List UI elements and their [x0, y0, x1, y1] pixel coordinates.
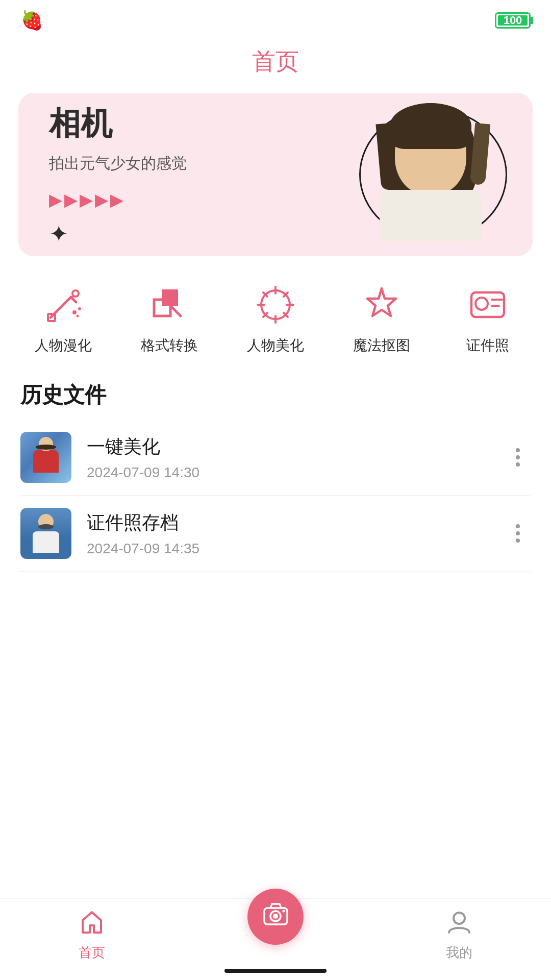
battery-indicator: 100 — [495, 12, 531, 29]
nav-item-home[interactable]: 首页 — [0, 909, 184, 962]
banner-arrows: ▶▶▶▶▶ — [49, 189, 364, 210]
more-dots-icon-1 — [516, 448, 520, 467]
history-more-1[interactable] — [505, 445, 531, 470]
banner-text-area: 相机 拍出元气少女的感觉 ▶▶▶▶▶ ✦ — [49, 102, 364, 248]
svg-point-6 — [77, 315, 79, 317]
history-thumb-1 — [20, 432, 71, 483]
nav-item-camera[interactable] — [184, 909, 367, 945]
profile-icon — [446, 909, 472, 940]
history-more-2[interactable] — [505, 521, 531, 546]
camera-fab-icon — [262, 900, 290, 934]
home-icon — [79, 909, 105, 940]
function-item-magic[interactable]: 魔法抠图 — [329, 282, 435, 355]
history-title: 历史文件 — [20, 381, 531, 409]
history-date-1: 2024-07-09 14:30 — [87, 464, 505, 481]
history-item-2[interactable]: 证件照存档 2024-07-09 14:35 — [20, 496, 531, 572]
magic-label: 魔法抠图 — [353, 336, 410, 355]
function-grid: 人物漫化 格式转换 — [0, 256, 551, 365]
battery-box: 100 — [495, 12, 531, 29]
idphoto-icon — [465, 282, 511, 328]
more-dots-icon-2 — [516, 524, 520, 543]
banner-image — [364, 103, 507, 246]
banner-sparkle: ✦ — [49, 220, 364, 248]
nav-label-profile: 我的 — [446, 944, 472, 962]
thumb-id-img — [20, 508, 71, 559]
battery-text: 100 — [504, 14, 522, 27]
history-item-1[interactable]: 一键美化 2024-07-09 14:30 — [20, 420, 531, 496]
svg-point-5 — [78, 307, 81, 310]
status-bar: 🍓 100 — [0, 0, 551, 36]
svg-line-9 — [170, 306, 181, 316]
svg-point-20 — [475, 298, 488, 310]
history-name-1: 一键美化 — [87, 434, 505, 459]
cartoon-icon — [40, 282, 86, 328]
function-item-convert[interactable]: 格式转换 — [116, 282, 222, 355]
thumb-beauty-img — [20, 432, 71, 483]
svg-point-3 — [72, 290, 79, 297]
svg-point-4 — [72, 310, 77, 314]
hair-right — [470, 123, 490, 185]
function-item-beautify[interactable]: 人物美化 — [222, 282, 329, 355]
function-item-idphoto[interactable]: 证件照 — [435, 282, 541, 355]
camera-fab[interactable] — [247, 889, 304, 945]
bottom-nav: 首页 我的 — [0, 898, 551, 980]
banner-person — [364, 103, 497, 241]
svg-point-26 — [282, 910, 285, 912]
svg-point-27 — [454, 913, 465, 924]
idphoto-label: 证件照 — [466, 336, 509, 355]
history-section: 历史文件 一键美化 2024-07-09 14:30 — [0, 365, 551, 572]
magic-icon — [359, 282, 405, 328]
bottom-indicator — [224, 969, 327, 973]
function-item-cartoon[interactable]: 人物漫化 — [10, 282, 116, 355]
beautify-icon — [253, 282, 298, 328]
hair-front — [390, 103, 471, 149]
convert-label: 格式转换 — [141, 336, 198, 355]
svg-point-25 — [273, 914, 278, 919]
banner-subtitle: 拍出元气少女的感觉 — [49, 153, 364, 174]
beautify-label: 人物美化 — [247, 336, 304, 355]
history-info-1: 一键美化 2024-07-09 14:30 — [87, 434, 505, 481]
history-info-2: 证件照存档 2024-07-09 14:35 — [87, 510, 505, 557]
nav-item-profile[interactable]: 我的 — [367, 909, 551, 962]
banner-title: 相机 — [49, 102, 364, 145]
app-icon: 🍓 — [20, 10, 43, 31]
nav-label-home: 首页 — [79, 944, 105, 962]
page-title: 首页 — [0, 36, 551, 93]
history-name-2: 证件照存档 — [87, 510, 505, 535]
body — [380, 190, 482, 241]
history-thumb-2 — [20, 508, 71, 559]
history-date-2: 2024-07-09 14:35 — [87, 541, 505, 557]
banner-card[interactable]: 相机 拍出元气少女的感觉 ▶▶▶▶▶ ✦ — [18, 93, 533, 256]
cartoon-label: 人物漫化 — [35, 336, 92, 355]
convert-icon — [146, 282, 192, 328]
